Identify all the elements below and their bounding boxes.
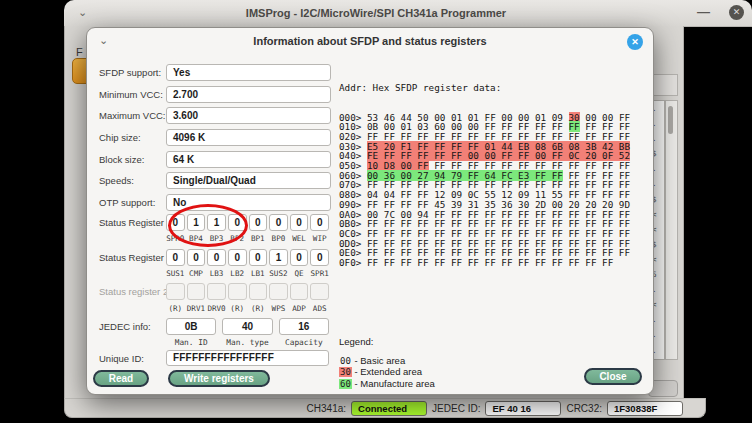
legend-code: 30 <box>339 367 352 377</box>
status-register-1-bit-names: SUS1CMPLB3LB2LB1SUS2QESPR1 <box>166 269 329 278</box>
field-value-input[interactable]: No <box>166 194 331 211</box>
vertical-scrollbar[interactable] <box>665 100 678 360</box>
bit-name: BP2 <box>228 234 247 243</box>
bit-name: (R) <box>166 304 185 313</box>
bit-box <box>269 283 288 300</box>
field-value-input[interactable]: 4096 K <box>166 129 331 146</box>
bit-box[interactable]: 0 <box>290 249 309 266</box>
bit-name: WPS <box>269 304 288 313</box>
jedec-name: Man. ID <box>166 338 216 347</box>
status-register-0-label: Status Register 0 <box>99 217 172 228</box>
bit-box[interactable]: 0 <box>187 249 206 266</box>
read-button[interactable]: Read <box>93 370 149 387</box>
jedec-value-box[interactable]: 40 <box>222 318 272 335</box>
jedec-info-label: JEDEC info: <box>99 321 151 332</box>
bit-box[interactable]: 0 <box>166 249 185 266</box>
legend-item: 60 - Manufacture area <box>339 378 435 389</box>
legend-code: 60 <box>339 379 352 389</box>
bit-box[interactable]: 0 <box>228 214 247 231</box>
jedec-values: 0B4016 <box>166 318 329 335</box>
jedec-id-value[interactable]: EF 40 16 <box>485 401 561 416</box>
info-field-row: Maximum VCC:3.600 <box>99 107 329 124</box>
field-value-input[interactable]: 3.600 <box>166 107 331 124</box>
hex-row: 0F0> FF FF FF FF FF FF FF FF FF FF FF FF… <box>339 258 630 268</box>
bit-name: ADS <box>310 304 329 313</box>
bit-name: LB2 <box>228 269 247 278</box>
info-field-row: Block size:64 K <box>99 151 329 168</box>
legend: Legend: 00 - Basic area30 - Extended are… <box>339 336 435 389</box>
status-register-2-label: Status register 2 <box>99 286 168 297</box>
bit-box[interactable]: 1 <box>187 214 206 231</box>
field-value-input[interactable]: 2.700 <box>166 86 331 103</box>
field-value-input[interactable]: Yes <box>166 64 331 81</box>
unique-id-field[interactable]: FFFFFFFFFFFFFFFF <box>166 350 329 366</box>
bit-name: BP0 <box>269 234 288 243</box>
bit-name: CMP <box>187 269 206 278</box>
crc32-value[interactable]: 1F30838F <box>607 401 683 416</box>
bit-box[interactable]: 0 <box>249 214 268 231</box>
bit-box[interactable]: 0 <box>207 249 226 266</box>
scrollbar-thumb[interactable] <box>668 106 673 134</box>
dialog-title: Information about SFDP and status regist… <box>87 35 653 47</box>
bit-box <box>310 283 329 300</box>
bit-name: BP4 <box>187 234 206 243</box>
status-register-2-bit-names: (R)DRV1DRV0(R)(R)WPSADPADS <box>166 304 329 313</box>
bit-box <box>166 283 185 300</box>
bit-box <box>207 283 226 300</box>
bit-box[interactable]: 0 <box>290 214 309 231</box>
bit-name: SUS1 <box>166 269 185 278</box>
bit-box <box>187 283 206 300</box>
bit-box[interactable]: 0 <box>166 214 185 231</box>
info-field-row: Minimum VCC:2.700 <box>99 86 329 103</box>
bit-name: LB1 <box>249 269 268 278</box>
bit-box[interactable]: 0 <box>228 249 247 266</box>
bit-box[interactable]: 0 <box>310 249 329 266</box>
info-field-row: OTP support:No <box>99 194 329 211</box>
bit-name: (R) <box>228 304 247 313</box>
legend-item: 00 - Basic area <box>339 355 435 366</box>
field-value-input[interactable]: 64 K <box>166 151 331 168</box>
bit-name: LB3 <box>207 269 226 278</box>
bit-box[interactable]: 0 <box>249 249 268 266</box>
jedec-id-label: JEDEC ID: <box>432 403 480 414</box>
device-label: CH341a: <box>307 403 346 414</box>
minimize-icon[interactable]: — <box>697 4 710 19</box>
bit-box <box>290 283 309 300</box>
close-icon[interactable]: ✕ <box>729 5 744 20</box>
sfdp-info-dialog: ⌄ Information about SFDP and status regi… <box>86 27 654 395</box>
field-label: Minimum VCC: <box>99 89 163 100</box>
screen: ⌄ IMSProg - I2C/MicroWire/SPI CH341a Pro… <box>0 0 752 423</box>
info-field-row: Chip size:4096 K <box>99 129 329 146</box>
close-button[interactable]: Close <box>584 368 642 385</box>
jedec-value-box[interactable]: 0B <box>166 318 216 335</box>
jedec-value-box[interactable]: 16 <box>279 318 329 335</box>
status-register-1-bits: 00000100 <box>166 249 329 266</box>
status-register-1-label: Status Register 1 <box>99 252 172 263</box>
jedec-name: Man. type <box>222 338 272 347</box>
bit-box[interactable]: 1 <box>269 249 288 266</box>
bit-name: SUS2 <box>269 269 288 278</box>
bit-box <box>228 283 247 300</box>
bit-box[interactable]: 1 <box>207 214 226 231</box>
status-register-0-bit-names: SPR0BP4BP3BP2BP1BP0WELWIP <box>166 234 329 243</box>
bit-name: ADP <box>290 304 309 313</box>
field-label: OTP support: <box>99 197 155 208</box>
device-status-badge: Connected <box>351 401 427 416</box>
hex-dump-header: Addr: Hex SFDP register data: <box>339 83 630 93</box>
field-label: Block size: <box>99 154 144 165</box>
file-menu-fragment[interactable]: F <box>76 46 83 58</box>
main-window-titlebar: ⌄ IMSProg - I2C/MicroWire/SPI CH341a Pro… <box>64 0 752 27</box>
write-registers-button[interactable]: Write registers <box>168 370 270 387</box>
status-bar: CH341a: Connected JEDEC ID: EF 40 16 CRC… <box>64 398 706 418</box>
field-value-input[interactable]: Single/Dual/Quad <box>166 172 331 189</box>
crc32-label: CRC32: <box>566 403 602 414</box>
dialog-close-icon[interactable]: ✕ <box>627 34 643 50</box>
bit-box[interactable]: 0 <box>269 214 288 231</box>
bit-name: SPR1 <box>310 269 329 278</box>
jedec-name: Capacity <box>279 338 329 347</box>
field-label: Chip size: <box>99 132 141 143</box>
bit-name: WEL <box>290 234 309 243</box>
bit-box[interactable]: 0 <box>310 214 329 231</box>
bit-name: DRV1 <box>187 304 206 313</box>
legend-code: 00 <box>339 356 352 366</box>
